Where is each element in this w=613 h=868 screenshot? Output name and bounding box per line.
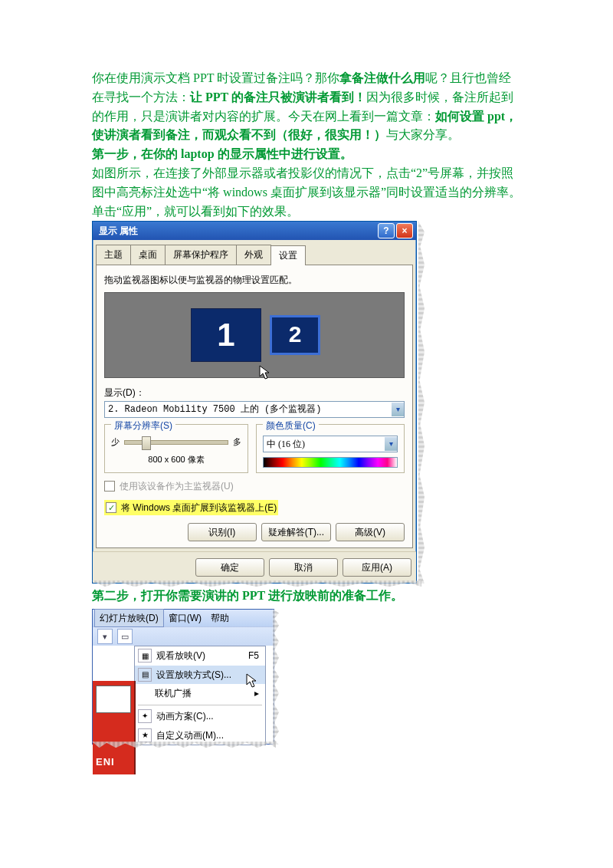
menuitem-label: 观看放映(V) bbox=[156, 649, 244, 663]
star-icon: ★ bbox=[138, 728, 152, 742]
slide-thumbnails bbox=[96, 686, 131, 718]
primary-monitor-label: 使用该设备作为主监视器(U) bbox=[120, 479, 234, 494]
troubleshoot-button[interactable]: 疑难解答(T)... bbox=[261, 523, 331, 541]
resolution-fieldset: 屏幕分辨率(S) 少 多 800 x 600 像素 bbox=[104, 424, 248, 473]
slide-thumbnail[interactable] bbox=[96, 686, 131, 713]
monitor-1[interactable]: 1 bbox=[191, 308, 261, 362]
paragraph-intro: 你在使用演示文档 PPT 时设置过备注吗？那你拿备注做什么用呢？且行也曾经在寻找… bbox=[92, 69, 521, 145]
dialog-bottom-bar: 确定 取消 应用(A) bbox=[93, 551, 416, 583]
resolution-legend: 屏幕分辨率(S) bbox=[111, 419, 175, 433]
resolution-value: 800 x 600 像素 bbox=[111, 453, 241, 466]
tab-desktop[interactable]: 桌面 bbox=[130, 245, 166, 265]
menuitem-label: 动画方案(C)... bbox=[156, 709, 259, 724]
menuitem-broadcast[interactable]: 联机广播 ▸ bbox=[135, 684, 265, 703]
menuitem-setup-show[interactable]: ▤ 设置放映方式(S)... bbox=[135, 666, 265, 685]
identify-button[interactable]: 识别(I) bbox=[188, 523, 257, 541]
ok-button[interactable]: 确定 bbox=[195, 558, 264, 577]
apply-button[interactable]: 应用(A) bbox=[343, 558, 411, 577]
color-spectrum bbox=[263, 457, 398, 468]
submenu-arrow-icon: ▸ bbox=[254, 686, 259, 701]
shortcut-label: F5 bbox=[248, 649, 259, 663]
color-value: 中 (16 位) bbox=[264, 437, 385, 452]
settings-panel: 拖动监视器图标以便与监视器的物理设置匹配。 1 2 显示(D)： 2. Rade… bbox=[96, 265, 413, 548]
torn-edge-right bbox=[273, 609, 279, 745]
tab-screensaver[interactable]: 屏幕保护程序 bbox=[165, 245, 237, 265]
advanced-button[interactable]: 高级(V) bbox=[336, 523, 405, 541]
blank-icon bbox=[138, 688, 150, 700]
menu-slideshow[interactable]: 幻灯片放映(D) bbox=[94, 609, 164, 628]
primary-monitor-checkbox-row: 使用该设备作为主监视器(U) bbox=[104, 479, 405, 494]
menuitem-label: 联机广播 bbox=[155, 686, 250, 701]
monitor-arrangement[interactable]: 1 2 bbox=[104, 292, 405, 378]
display-label: 显示(D)： bbox=[104, 386, 405, 400]
close-button[interactable]: × bbox=[396, 223, 413, 238]
display-value: 2. Radeon Mobility 7500 上的 (多个监视器) bbox=[105, 403, 392, 417]
dialog-title: 显示 属性 bbox=[99, 224, 138, 238]
torn-edge-right bbox=[418, 221, 425, 584]
slider-max-label: 多 bbox=[233, 436, 241, 449]
text: 与大家分享。 bbox=[386, 128, 460, 141]
projector-icon: ▦ bbox=[138, 649, 152, 663]
step2-heading: 第二步，打开你需要演讲的 PPT 进行放映前的准备工作。 bbox=[92, 587, 521, 606]
primary-monitor-checkbox bbox=[104, 481, 115, 492]
menu-separator bbox=[138, 705, 262, 705]
color-fieldset: 颜色质量(C) 中 (16 位) ▾ bbox=[256, 424, 405, 473]
color-combo[interactable]: 中 (16 位) ▾ bbox=[263, 436, 398, 452]
text: 你在使用演示文档 PPT 时设置过备注吗？那你 bbox=[92, 71, 339, 84]
gear-screen-icon: ▤ bbox=[138, 668, 152, 682]
paragraph-step1: 如图所示，在连接了外部显示器或者投影仪的情况下，点击“2”号屏幕，并按照图中高亮… bbox=[92, 164, 521, 202]
slideshow-dropdown: ▦ 观看放映(V) F5 ▤ 设置放映方式(S)... 联机广播 ▸ bbox=[134, 646, 266, 745]
step1-heading: 第一步，在你的 laptop 的显示属性中进行设置。 bbox=[92, 145, 521, 164]
resolution-slider[interactable] bbox=[124, 440, 228, 445]
slider-thumb[interactable] bbox=[142, 436, 151, 450]
drag-instruction: 拖动监视器图标以便与监视器的物理设置匹配。 bbox=[104, 273, 405, 288]
display-combo[interactable]: 2. Radeon Mobility 7500 上的 (多个监视器) ▾ bbox=[104, 401, 405, 418]
article-page: 你在使用演示文档 PPT 时设置过备注吗？那你拿备注做什么用呢？且行也曾经在寻找… bbox=[0, 0, 613, 775]
toolbar: ▾ ▭ bbox=[93, 626, 274, 646]
extend-desktop-label: 将 Windows 桌面扩展到该监视器上(E) bbox=[121, 501, 277, 515]
ppt-window-fragment: 幻灯片放映(D) 窗口(W) 帮助 ▾ ▭ ENI ▦ 观看放映(V) bbox=[92, 609, 274, 745]
monitor-2[interactable]: 2 bbox=[272, 317, 318, 353]
menuitem-label: 设置放映方式(S)... bbox=[156, 668, 259, 682]
extend-desktop-checkbox[interactable] bbox=[106, 502, 116, 513]
tab-appearance[interactable]: 外观 bbox=[236, 245, 271, 265]
slider-min-label: 少 bbox=[111, 436, 120, 449]
menu-help[interactable]: 帮助 bbox=[206, 610, 234, 627]
display-properties-screenshot: 显示 属性 ? × 主题 桌面 屏幕保护程序 外观 设置 拖动监视器图标以便与监… bbox=[92, 221, 421, 584]
text-emph: 让 PPT 的备注只被演讲者看到！ bbox=[190, 90, 366, 104]
sparkle-icon: ✦ bbox=[138, 709, 152, 723]
paragraph-apply: 单击“应用”，就可以看到如下的效果。 bbox=[92, 202, 521, 222]
brand-text: ENI bbox=[96, 755, 115, 770]
titlebar[interactable]: 显示 属性 ? × bbox=[93, 222, 416, 240]
tab-strip: 主题 桌面 屏幕保护程序 外观 设置 bbox=[93, 240, 416, 265]
chevron-down-icon[interactable]: ▾ bbox=[392, 403, 404, 416]
cancel-button[interactable]: 取消 bbox=[269, 558, 338, 577]
menuitem-label: 自定义动画(M)... bbox=[156, 728, 259, 743]
display-properties-dialog: 显示 属性 ? × 主题 桌面 屏幕保护程序 外观 设置 拖动监视器图标以便与监… bbox=[92, 221, 417, 584]
chevron-down-icon[interactable]: ▾ bbox=[385, 437, 397, 451]
menuitem-view-show[interactable]: ▦ 观看放映(V) F5 bbox=[135, 646, 265, 666]
slideshow-menu-screenshot: 幻灯片放映(D) 窗口(W) 帮助 ▾ ▭ ENI ▦ 观看放映(V) bbox=[92, 609, 276, 745]
menuitem-animation-scheme[interactable]: ✦ 动画方案(C)... bbox=[135, 707, 265, 726]
help-button[interactable]: ? bbox=[378, 223, 395, 238]
tab-theme[interactable]: 主题 bbox=[96, 245, 131, 265]
torn-edge-bottom bbox=[92, 580, 421, 587]
tab-settings[interactable]: 设置 bbox=[270, 245, 306, 265]
text-emph: 拿备注做什么用 bbox=[339, 71, 425, 84]
toolbar-icon[interactable]: ▾ bbox=[97, 629, 113, 644]
color-legend: 颜色质量(C) bbox=[263, 419, 319, 433]
extend-desktop-checkbox-row[interactable]: 将 Windows 桌面扩展到该监视器上(E) bbox=[104, 500, 405, 516]
menu-window[interactable]: 窗口(W) bbox=[164, 610, 206, 627]
monitor-icon[interactable]: ▭ bbox=[117, 629, 133, 644]
menubar: 幻灯片放映(D) 窗口(W) 帮助 bbox=[93, 610, 274, 626]
